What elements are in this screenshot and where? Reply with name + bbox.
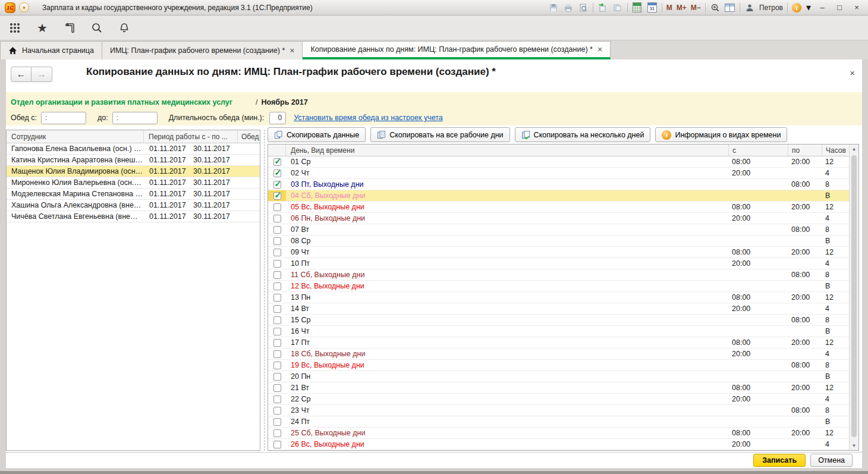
employee-period-to-cell[interactable]: 30.11.2017 — [192, 145, 238, 153]
day-label-cell[interactable]: 15 Ср — [286, 316, 728, 324]
notifications-bell-icon[interactable] — [118, 21, 131, 34]
day-checkbox-cell[interactable] — [268, 190, 286, 201]
scroll-down-icon[interactable]: ▼ — [850, 443, 858, 448]
employee-period-from-cell[interactable]: 01.11.2017 — [143, 201, 192, 209]
day-to-cell[interactable]: 20:00 — [788, 203, 822, 211]
day-checkbox-cell[interactable] — [268, 281, 286, 291]
day-row[interactable]: 26 Вс, Выходные дни20:004 — [268, 439, 849, 450]
day-hours-cell[interactable]: 12 — [822, 338, 849, 347]
day-row[interactable]: 07 Вт08:008 — [268, 224, 849, 236]
unchecked-checkbox-icon[interactable] — [273, 350, 281, 358]
day-label-cell[interactable]: 01 Ср — [286, 158, 728, 166]
employee-period-from-cell[interactable]: 01.11.2017 — [143, 212, 192, 221]
day-hours-cell[interactable]: В — [822, 418, 849, 426]
day-row[interactable]: 14 Вт20:004 — [268, 303, 849, 315]
day-row[interactable]: 08 СрВ — [268, 236, 849, 247]
employee-name-cell[interactable]: Мироненко Юлия Валерьевна (осн.) (Пр... — [7, 178, 143, 187]
unchecked-checkbox-icon[interactable] — [273, 339, 281, 347]
maximize-button[interactable]: □ — [833, 3, 846, 12]
day-hours-cell[interactable]: 4 — [822, 169, 849, 177]
employee-period-to-cell[interactable]: 30.11.2017 — [192, 201, 238, 209]
day-to-cell[interactable]: 20:00 — [788, 248, 822, 256]
unchecked-checkbox-icon[interactable] — [273, 294, 281, 302]
day-row[interactable]: 18 Сб, Выходные дни20:004 — [268, 349, 849, 360]
employee-period-to-cell[interactable]: 30.11.2017 — [192, 212, 238, 221]
employee-name-cell[interactable]: Чичёва Светлана Евгеньевна (внеш.) (П... — [7, 212, 143, 221]
calendar-icon[interactable]: 31 — [647, 2, 658, 13]
col-header-day[interactable]: День, Вид времени — [286, 146, 728, 155]
unchecked-checkbox-icon[interactable] — [273, 215, 281, 222]
day-row[interactable]: 01 Ср08:0020:0012 — [268, 156, 849, 168]
day-checkbox-cell[interactable] — [268, 224, 286, 235]
day-hours-cell[interactable]: В — [822, 282, 849, 290]
checked-checkbox-icon[interactable] — [273, 192, 281, 200]
day-label-cell[interactable]: 12 Вс, Выходные дни — [286, 282, 728, 290]
day-checkbox-cell[interactable] — [268, 439, 286, 450]
day-hours-cell[interactable]: 4 — [822, 305, 849, 313]
day-label-cell[interactable]: 04 Сб, Выходные дни — [286, 192, 728, 200]
day-hours-cell[interactable]: В — [822, 237, 849, 245]
col-header-hours[interactable]: Часов — [822, 145, 849, 156]
day-to-cell[interactable]: 20:00 — [788, 338, 822, 347]
day-label-cell[interactable]: 23 Чт — [286, 406, 728, 415]
unchecked-checkbox-icon[interactable] — [273, 282, 281, 290]
form-close-icon[interactable]: × — [850, 68, 855, 78]
day-row[interactable]: 09 Чт08:0020:0012 — [268, 247, 849, 258]
unchecked-checkbox-icon[interactable] — [273, 384, 281, 392]
day-checkbox-cell[interactable] — [268, 337, 286, 348]
day-from-cell[interactable]: 20:00 — [728, 350, 788, 358]
unchecked-checkbox-icon[interactable] — [273, 418, 281, 426]
day-label-cell[interactable]: 08 Ср — [286, 237, 728, 245]
day-checkbox-cell[interactable] — [268, 416, 286, 427]
day-label-cell[interactable]: 07 Вт — [286, 225, 728, 234]
day-checkbox-cell[interactable] — [268, 394, 286, 404]
day-checkbox-cell[interactable] — [268, 269, 286, 280]
day-from-cell[interactable]: 08:00 — [728, 338, 788, 347]
employee-period-to-cell[interactable]: 30.11.2017 — [192, 178, 238, 187]
employee-period-from-cell[interactable]: 01.11.2017 — [143, 178, 192, 187]
day-to-cell[interactable]: 20:00 — [788, 384, 822, 392]
time-kinds-info-button[interactable]: i Информация о видах времени — [655, 127, 787, 142]
employee-name-cell[interactable]: Модзелевская Марина Степановна (вн. ... — [7, 190, 143, 198]
day-label-cell[interactable]: 20 Пн — [286, 372, 728, 381]
col-header-period[interactable]: Период работы с - по ... — [143, 130, 237, 143]
memory-button[interactable]: M — [666, 4, 672, 12]
day-row[interactable]: 06 Пн, Выходные дни20:004 — [268, 213, 849, 224]
day-hours-cell[interactable]: 8 — [822, 180, 849, 189]
employee-period-from-cell[interactable]: 01.11.2017 — [143, 145, 192, 153]
day-row[interactable]: 19 Вс, Выходные дни08:008 — [268, 360, 849, 371]
day-from-cell[interactable]: 20:00 — [728, 214, 788, 222]
col-header-to[interactable]: по — [788, 145, 822, 156]
day-label-cell[interactable]: 17 Пт — [286, 338, 728, 347]
day-from-cell[interactable]: 08:00 — [728, 248, 788, 256]
unchecked-checkbox-icon[interactable] — [273, 203, 281, 211]
col-header-employee[interactable]: Сотрудник — [7, 133, 143, 141]
day-row[interactable]: 10 Пт20:004 — [268, 258, 849, 269]
day-checkbox-cell[interactable] — [268, 179, 286, 190]
day-checkbox-cell[interactable] — [268, 156, 286, 167]
unchecked-checkbox-icon[interactable] — [273, 226, 281, 234]
day-label-cell[interactable]: 22 Ср — [286, 395, 728, 403]
day-hours-cell[interactable]: 4 — [822, 214, 849, 222]
col-header-from[interactable]: с — [728, 145, 788, 156]
day-hours-cell[interactable]: 4 — [822, 440, 849, 448]
day-from-cell[interactable]: 20:00 — [728, 395, 788, 403]
unchecked-checkbox-icon[interactable] — [273, 249, 281, 256]
day-checkbox-cell[interactable] — [268, 168, 286, 178]
days-table-scrollbar[interactable]: ▲ ▼ — [849, 145, 858, 450]
day-checkbox-cell[interactable] — [268, 303, 286, 314]
tab-close-icon[interactable]: × — [290, 46, 294, 55]
day-from-cell[interactable]: 08:00 — [728, 384, 788, 392]
day-hours-cell[interactable]: 4 — [822, 395, 849, 403]
day-checkbox-cell[interactable] — [268, 428, 286, 438]
day-to-cell[interactable]: 08:00 — [788, 271, 822, 279]
unchecked-checkbox-icon[interactable] — [273, 429, 281, 437]
split-panes-icon[interactable] — [725, 2, 735, 13]
day-checkbox-cell[interactable] — [268, 236, 286, 246]
calculator-icon[interactable] — [632, 2, 643, 13]
day-checkbox-cell[interactable] — [268, 349, 286, 359]
day-from-cell[interactable]: 08:00 — [728, 429, 788, 437]
employee-name-cell[interactable]: Гапонова Елена Васильевна (осн.) (При... — [7, 145, 143, 153]
day-label-cell[interactable]: 03 Пт, Выходные дни — [286, 180, 728, 189]
unchecked-checkbox-icon[interactable] — [273, 395, 281, 403]
